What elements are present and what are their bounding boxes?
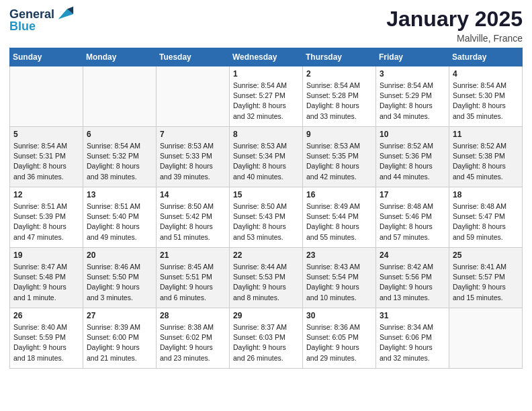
weekday-header-row: SundayMondayTuesdayWednesdayThursdayFrid… (10, 48, 523, 66)
calendar-week-row: 5Sunrise: 8:54 AM Sunset: 5:31 PM Daylig… (10, 127, 523, 187)
day-info: Sunrise: 8:42 AM Sunset: 5:56 PM Dayligh… (380, 262, 445, 303)
day-number: 30 (306, 311, 372, 320)
calendar-cell (10, 66, 83, 127)
day-info: Sunrise: 8:49 AM Sunset: 5:44 PM Dayligh… (306, 201, 372, 242)
day-info: Sunrise: 8:52 AM Sunset: 5:38 PM Dayligh… (453, 141, 519, 182)
day-info: Sunrise: 8:54 AM Sunset: 5:29 PM Dayligh… (380, 81, 445, 122)
calendar-cell: 23Sunrise: 8:43 AM Sunset: 5:54 PM Dayli… (303, 248, 376, 308)
day-number: 10 (380, 130, 445, 139)
day-number: 8 (233, 130, 299, 139)
calendar-cell: 25Sunrise: 8:41 AM Sunset: 5:57 PM Dayli… (449, 248, 523, 308)
day-info: Sunrise: 8:40 AM Sunset: 5:59 PM Dayligh… (13, 322, 79, 363)
weekday-header-tuesday: Tuesday (157, 48, 230, 66)
logo-blue: Blue (9, 20, 36, 34)
location: Malville, France (386, 33, 523, 44)
day-number: 28 (160, 311, 226, 320)
day-number: 24 (380, 250, 445, 260)
day-info: Sunrise: 8:54 AM Sunset: 5:32 PM Dayligh… (87, 141, 152, 182)
day-info: Sunrise: 8:54 AM Sunset: 5:28 PM Dayligh… (306, 81, 372, 122)
day-number: 17 (380, 190, 445, 199)
day-info: Sunrise: 8:45 AM Sunset: 5:51 PM Dayligh… (160, 262, 226, 303)
weekday-header-thursday: Thursday (303, 48, 376, 66)
calendar-cell: 24Sunrise: 8:42 AM Sunset: 5:56 PM Dayli… (376, 248, 449, 308)
day-info: Sunrise: 8:53 AM Sunset: 5:34 PM Dayligh… (233, 141, 299, 182)
day-number: 16 (306, 190, 372, 199)
calendar-cell: 22Sunrise: 8:44 AM Sunset: 5:53 PM Dayli… (230, 248, 303, 308)
day-info: Sunrise: 8:34 AM Sunset: 6:06 PM Dayligh… (380, 322, 445, 363)
day-info: Sunrise: 8:43 AM Sunset: 5:54 PM Dayligh… (306, 262, 372, 303)
day-number: 5 (13, 130, 79, 139)
day-number: 2 (306, 69, 372, 79)
calendar-cell: 21Sunrise: 8:45 AM Sunset: 5:51 PM Dayli… (157, 248, 230, 308)
day-info: Sunrise: 8:36 AM Sunset: 6:05 PM Dayligh… (306, 322, 372, 363)
day-number: 23 (306, 250, 372, 260)
calendar-cell: 7Sunrise: 8:53 AM Sunset: 5:33 PM Daylig… (157, 127, 230, 187)
day-number: 25 (453, 250, 519, 260)
day-number: 11 (453, 130, 519, 139)
calendar-cell (449, 308, 523, 369)
day-number: 20 (87, 250, 152, 260)
day-number: 18 (453, 190, 519, 199)
calendar-cell: 10Sunrise: 8:52 AM Sunset: 5:36 PM Dayli… (376, 127, 449, 187)
weekday-header-wednesday: Wednesday (230, 48, 303, 66)
calendar-week-row: 12Sunrise: 8:51 AM Sunset: 5:39 PM Dayli… (10, 187, 523, 248)
calendar-cell (157, 66, 230, 127)
calendar-cell: 4Sunrise: 8:54 AM Sunset: 5:30 PM Daylig… (449, 66, 523, 127)
day-info: Sunrise: 8:41 AM Sunset: 5:57 PM Dayligh… (453, 262, 519, 303)
page: General Blue January 2025 Malville, Fran… (0, 0, 532, 411)
day-number: 15 (233, 190, 299, 199)
calendar-cell: 9Sunrise: 8:53 AM Sunset: 5:35 PM Daylig… (303, 127, 376, 187)
day-number: 29 (233, 311, 299, 320)
day-info: Sunrise: 8:44 AM Sunset: 5:53 PM Dayligh… (233, 262, 299, 303)
day-info: Sunrise: 8:51 AM Sunset: 5:39 PM Dayligh… (13, 201, 79, 242)
day-number: 21 (160, 250, 226, 260)
day-number: 31 (380, 311, 445, 320)
month-title: January 2025 (386, 7, 523, 32)
day-info: Sunrise: 8:48 AM Sunset: 5:47 PM Dayligh… (453, 201, 519, 242)
calendar-cell: 20Sunrise: 8:46 AM Sunset: 5:50 PM Dayli… (83, 248, 157, 308)
day-info: Sunrise: 8:54 AM Sunset: 5:27 PM Dayligh… (233, 81, 299, 122)
day-number: 12 (13, 190, 79, 199)
calendar-cell: 12Sunrise: 8:51 AM Sunset: 5:39 PM Dayli… (10, 187, 83, 248)
calendar-cell: 11Sunrise: 8:52 AM Sunset: 5:38 PM Dayli… (449, 127, 523, 187)
calendar-cell: 13Sunrise: 8:51 AM Sunset: 5:40 PM Dayli… (83, 187, 157, 248)
day-number: 4 (453, 69, 519, 79)
calendar-cell: 29Sunrise: 8:37 AM Sunset: 6:03 PM Dayli… (230, 308, 303, 369)
header: General Blue January 2025 Malville, Fran… (9, 7, 523, 44)
calendar-cell: 15Sunrise: 8:50 AM Sunset: 5:43 PM Dayli… (230, 187, 303, 248)
weekday-header-monday: Monday (83, 48, 157, 66)
calendar-cell: 2Sunrise: 8:54 AM Sunset: 5:28 PM Daylig… (303, 66, 376, 127)
calendar-cell: 18Sunrise: 8:48 AM Sunset: 5:47 PM Dayli… (449, 187, 523, 248)
calendar-cell: 26Sunrise: 8:40 AM Sunset: 5:59 PM Dayli… (10, 308, 83, 369)
day-number: 27 (87, 311, 152, 320)
calendar-cell: 5Sunrise: 8:54 AM Sunset: 5:31 PM Daylig… (10, 127, 83, 187)
day-info: Sunrise: 8:50 AM Sunset: 5:43 PM Dayligh… (233, 201, 299, 242)
calendar-cell: 28Sunrise: 8:38 AM Sunset: 6:02 PM Dayli… (157, 308, 230, 369)
logo-icon (56, 4, 75, 23)
day-number: 13 (87, 190, 152, 199)
day-info: Sunrise: 8:37 AM Sunset: 6:03 PM Dayligh… (233, 322, 299, 363)
day-info: Sunrise: 8:54 AM Sunset: 5:30 PM Dayligh… (453, 81, 519, 122)
title-block: January 2025 Malville, France (386, 7, 523, 44)
day-number: 3 (380, 69, 445, 79)
calendar-cell: 3Sunrise: 8:54 AM Sunset: 5:29 PM Daylig… (376, 66, 449, 127)
weekday-header-sunday: Sunday (10, 48, 83, 66)
day-info: Sunrise: 8:50 AM Sunset: 5:42 PM Dayligh… (160, 201, 226, 242)
day-number: 14 (160, 190, 226, 199)
day-number: 1 (233, 69, 299, 79)
day-number: 9 (306, 130, 372, 139)
calendar-week-row: 26Sunrise: 8:40 AM Sunset: 5:59 PM Dayli… (10, 308, 523, 369)
calendar-cell: 27Sunrise: 8:39 AM Sunset: 6:00 PM Dayli… (83, 308, 157, 369)
day-number: 6 (87, 130, 152, 139)
day-info: Sunrise: 8:38 AM Sunset: 6:02 PM Dayligh… (160, 322, 226, 363)
calendar-cell: 17Sunrise: 8:48 AM Sunset: 5:46 PM Dayli… (376, 187, 449, 248)
calendar-cell: 8Sunrise: 8:53 AM Sunset: 5:34 PM Daylig… (230, 127, 303, 187)
calendar-cell: 31Sunrise: 8:34 AM Sunset: 6:06 PM Dayli… (376, 308, 449, 369)
calendar-cell: 19Sunrise: 8:47 AM Sunset: 5:48 PM Dayli… (10, 248, 83, 308)
calendar-week-row: 19Sunrise: 8:47 AM Sunset: 5:48 PM Dayli… (10, 248, 523, 308)
weekday-header-friday: Friday (376, 48, 449, 66)
calendar-cell: 16Sunrise: 8:49 AM Sunset: 5:44 PM Dayli… (303, 187, 376, 248)
day-info: Sunrise: 8:48 AM Sunset: 5:46 PM Dayligh… (380, 201, 445, 242)
day-info: Sunrise: 8:53 AM Sunset: 5:33 PM Dayligh… (160, 141, 226, 182)
day-info: Sunrise: 8:51 AM Sunset: 5:40 PM Dayligh… (87, 201, 152, 242)
